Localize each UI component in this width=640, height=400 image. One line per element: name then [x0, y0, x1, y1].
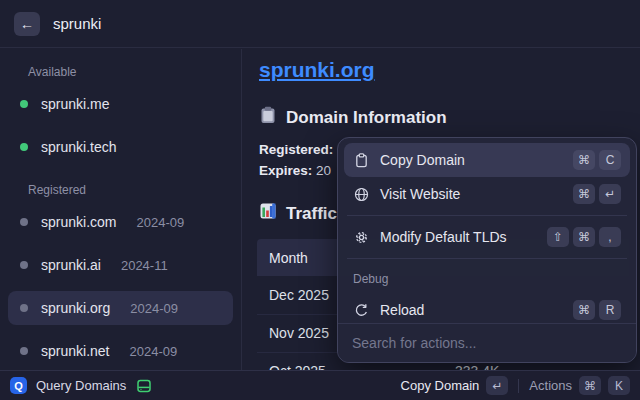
sidebar-item-sprunki-net[interactable]: sprunki.net 2024-09	[8, 334, 233, 368]
debug-section-label: Debug	[344, 263, 630, 293]
return-key-badge: ↵	[599, 184, 621, 204]
actions-list: Copy Domain ⌘ C Visit Website ⌘	[338, 138, 636, 324]
extension-name: Query Domains	[36, 378, 126, 393]
domain-name: sprunki.me	[41, 96, 109, 112]
available-dot-icon	[20, 143, 28, 151]
cmd-key-badge: ⌘	[573, 150, 595, 170]
cmd-key-badge: ⌘	[573, 227, 595, 247]
sidebar-item-sprunki-me[interactable]: sprunki.me	[8, 87, 233, 121]
app-window: ← sprunki Available sprunki.me sprunki.t…	[0, 0, 640, 400]
action-label: Visit Website	[380, 186, 460, 202]
sidebar-item-sprunki-tech[interactable]: sprunki.tech	[8, 130, 233, 164]
r-key-badge: R	[599, 300, 621, 320]
k-key-badge: K	[608, 376, 630, 395]
bottom-bar-divider	[518, 379, 519, 393]
expires-line: Expires: 20	[259, 163, 331, 178]
traffic-heading: Traffic	[259, 202, 337, 225]
bottom-bar: Q Query Domains Copy Domain ↵ Actions ⌘ …	[0, 370, 640, 400]
cmd-key-badge: ⌘	[573, 300, 595, 320]
domain-date: 2024-09	[136, 215, 184, 230]
section-label-registered: Registered	[8, 173, 233, 205]
expires-label: Expires:	[259, 163, 312, 178]
c-key-badge: C	[599, 150, 621, 170]
expires-value: 20	[316, 163, 331, 178]
domain-name: sprunki.net	[41, 343, 109, 359]
back-arrow-icon: ←	[20, 16, 34, 32]
shift-key-badge: ⇧	[547, 227, 569, 247]
back-button[interactable]: ←	[14, 12, 40, 36]
extension-initial: Q	[14, 380, 23, 392]
domain-information-heading: Domain Information	[259, 106, 447, 129]
domain-date: 2024-09	[130, 301, 178, 316]
cmd-key-badge: ⌘	[573, 184, 595, 204]
domain-name: sprunki.com	[41, 214, 116, 230]
action-label: Modify Default TLDs	[380, 229, 507, 245]
available-dot-icon	[20, 100, 28, 108]
clipboard-emoji-icon	[259, 106, 277, 129]
reload-icon	[353, 302, 369, 318]
registered-dot-icon	[20, 304, 28, 312]
domain-name: sprunki.tech	[41, 139, 116, 155]
registered-line: Registered:	[259, 142, 333, 157]
menu-separator	[347, 258, 627, 259]
section-label-available: Available	[8, 55, 233, 87]
gear-icon	[353, 229, 369, 245]
page-title: sprunki	[53, 15, 101, 32]
heading-text: Traffic	[286, 204, 337, 224]
registered-label: Registered:	[259, 142, 333, 157]
action-reload[interactable]: Reload ⌘ R	[344, 293, 630, 324]
domain-name: sprunki.ai	[41, 257, 101, 273]
sidebar: Available sprunki.me sprunki.tech Regist…	[0, 49, 242, 370]
domain-date: 2024-11	[121, 258, 168, 273]
action-visit-website[interactable]: Visit Website ⌘ ↵	[344, 177, 630, 211]
cmd-key-badge: ⌘	[579, 376, 601, 395]
bar-chart-emoji-icon	[259, 202, 277, 225]
top-bar: ← sprunki	[0, 0, 640, 48]
action-modify-default-tlds[interactable]: Modify Default TLDs ⇧ ⌘ ,	[344, 220, 630, 254]
sidebar-item-sprunki-ai[interactable]: sprunki.ai 2024-11	[8, 248, 233, 282]
sidebar-item-sprunki-org[interactable]: sprunki.org 2024-09	[8, 291, 233, 325]
actions-label: Actions	[529, 378, 572, 393]
actions-search-bar	[338, 323, 636, 362]
registered-dot-icon	[20, 347, 28, 355]
clipboard-icon	[353, 152, 369, 168]
registered-dot-icon	[20, 218, 28, 226]
menu-separator	[347, 215, 627, 216]
action-copy-domain[interactable]: Copy Domain ⌘ C	[344, 143, 630, 177]
sidebar-item-sprunki-com[interactable]: sprunki.com 2024-09	[8, 205, 233, 239]
primary-action-label: Copy Domain	[401, 378, 480, 393]
registered-dot-icon	[20, 261, 28, 269]
domain-name: sprunki.org	[41, 300, 110, 316]
heading-text: Domain Information	[286, 108, 447, 128]
comma-key-badge: ,	[599, 227, 621, 247]
action-label: Copy Domain	[380, 152, 465, 168]
extension-icon: Q	[10, 377, 27, 394]
return-key-badge: ↵	[486, 376, 508, 395]
actions-menu-button[interactable]: Actions ⌘ K	[529, 376, 630, 395]
actions-popup: Copy Domain ⌘ C Visit Website ⌘	[337, 137, 637, 363]
domain-link[interactable]: sprunki.org	[259, 58, 375, 82]
actions-search-input[interactable]	[352, 335, 622, 351]
domain-date: 2024-09	[129, 344, 177, 359]
storage-drive-icon[interactable]	[136, 378, 152, 394]
primary-action-button[interactable]: Copy Domain ↵	[401, 376, 509, 395]
globe-icon	[353, 186, 369, 202]
action-label: Reload	[380, 302, 424, 318]
